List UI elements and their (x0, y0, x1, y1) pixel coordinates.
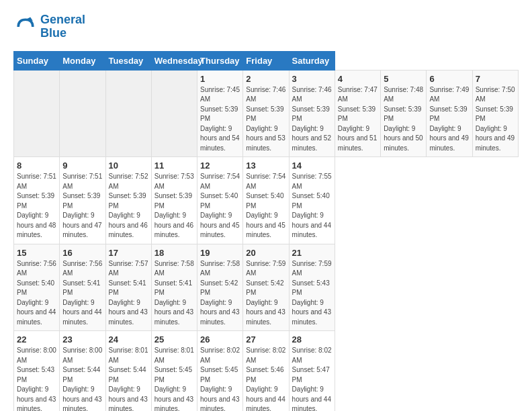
day-number: 24 (109, 334, 148, 345)
day-number: 13 (246, 161, 285, 171)
weekday-header-sunday: Sunday (14, 51, 60, 70)
calendar-week-1: 1Sunrise: 7:45 AMSunset: 5:39 PMDaylight… (14, 70, 519, 157)
day-number: 18 (154, 248, 194, 258)
calendar-cell: 13Sunrise: 7:54 AMSunset: 5:40 PMDayligh… (243, 157, 289, 244)
calendar-cell: 7Sunrise: 7:50 AMSunset: 5:39 PMDaylight… (472, 70, 518, 157)
day-info: Sunrise: 7:53 AMSunset: 5:39 PMDaylight:… (154, 172, 194, 240)
day-number: 9 (62, 161, 102, 171)
day-number: 1 (200, 74, 240, 84)
day-info: Sunrise: 7:54 AMSunset: 5:40 PMDaylight:… (200, 172, 240, 240)
day-info: Sunrise: 7:56 AMSunset: 5:40 PMDaylight:… (17, 259, 56, 328)
calendar-cell: 6Sunrise: 7:49 AMSunset: 5:39 PMDaylight… (427, 70, 472, 157)
day-info: Sunrise: 7:57 AMSunset: 5:41 PMDaylight:… (109, 259, 148, 328)
day-number: 15 (17, 248, 56, 258)
day-info: Sunrise: 8:02 AMSunset: 5:47 PMDaylight:… (292, 346, 332, 411)
day-info: Sunrise: 8:02 AMSunset: 5:46 PMDaylight:… (246, 346, 285, 411)
day-info: Sunrise: 7:54 AMSunset: 5:40 PMDaylight:… (246, 172, 285, 240)
day-number: 7 (476, 74, 515, 84)
day-number: 5 (384, 74, 423, 84)
weekday-header-tuesday: Tuesday (105, 51, 151, 70)
calendar-cell: 11Sunrise: 7:53 AMSunset: 5:39 PMDayligh… (151, 157, 197, 244)
weekday-header-monday: Monday (60, 51, 105, 70)
calendar-cell: 26Sunrise: 8:02 AMSunset: 5:45 PMDayligh… (197, 331, 243, 411)
day-number: 27 (246, 334, 285, 345)
day-number: 14 (292, 161, 332, 171)
day-number: 20 (246, 248, 285, 258)
weekday-header-friday: Friday (243, 51, 289, 70)
day-info: Sunrise: 7:51 AMSunset: 5:39 PMDaylight:… (17, 172, 56, 240)
day-number: 4 (338, 74, 378, 84)
day-number: 25 (154, 334, 194, 345)
weekday-header-wednesday: Wednesday (151, 51, 197, 70)
calendar-cell (105, 70, 151, 157)
calendar-cell: 12Sunrise: 7:54 AMSunset: 5:40 PMDayligh… (197, 157, 243, 244)
calendar-cell: 27Sunrise: 8:02 AMSunset: 5:46 PMDayligh… (243, 331, 289, 411)
calendar-cell: 4Sunrise: 7:47 AMSunset: 5:39 PMDaylight… (335, 70, 380, 157)
day-number: 12 (200, 161, 240, 171)
calendar-cell: 8Sunrise: 7:51 AMSunset: 5:39 PMDaylight… (14, 157, 60, 244)
day-number: 22 (17, 334, 56, 345)
day-info: Sunrise: 7:58 AMSunset: 5:42 PMDaylight:… (200, 259, 240, 328)
calendar-cell: 21Sunrise: 7:59 AMSunset: 5:43 PMDayligh… (289, 244, 335, 331)
calendar-cell: 16Sunrise: 7:56 AMSunset: 5:41 PMDayligh… (60, 244, 105, 331)
calendar-cell: 5Sunrise: 7:48 AMSunset: 5:39 PMDaylight… (381, 70, 427, 157)
calendar-cell: 17Sunrise: 7:57 AMSunset: 5:41 PMDayligh… (105, 244, 151, 331)
calendar-week-3: 15Sunrise: 7:56 AMSunset: 5:40 PMDayligh… (14, 244, 519, 331)
day-number: 2 (246, 74, 285, 84)
calendar-cell: 20Sunrise: 7:59 AMSunset: 5:42 PMDayligh… (243, 244, 289, 331)
day-info: Sunrise: 7:46 AMSunset: 5:39 PMDaylight:… (246, 85, 285, 154)
logo: General Blue (13, 13, 85, 40)
day-number: 21 (292, 248, 332, 258)
day-info: Sunrise: 7:47 AMSunset: 5:39 PMDaylight:… (338, 85, 378, 154)
calendar-cell (151, 70, 197, 157)
calendar-cell: 10Sunrise: 7:52 AMSunset: 5:39 PMDayligh… (105, 157, 151, 244)
calendar-week-2: 8Sunrise: 7:51 AMSunset: 5:39 PMDaylight… (14, 157, 519, 244)
calendar-header-row: SundayMondayTuesdayWednesdayThursdayFrid… (14, 51, 519, 70)
weekday-header-saturday: Saturday (289, 51, 335, 70)
day-info: Sunrise: 7:48 AMSunset: 5:39 PMDaylight:… (384, 85, 423, 154)
day-number: 28 (292, 334, 332, 345)
day-info: Sunrise: 8:01 AMSunset: 5:45 PMDaylight:… (154, 346, 194, 411)
calendar-table: SundayMondayTuesdayWednesdayThursdayFrid… (13, 51, 519, 411)
calendar-cell (60, 70, 105, 157)
calendar-cell (14, 70, 60, 157)
logo-icon (13, 15, 38, 39)
day-number: 19 (200, 248, 240, 258)
weekday-header-thursday: Thursday (197, 51, 243, 70)
calendar-cell: 23Sunrise: 8:00 AMSunset: 5:44 PMDayligh… (60, 331, 105, 411)
calendar-cell: 22Sunrise: 8:00 AMSunset: 5:43 PMDayligh… (14, 331, 60, 411)
day-info: Sunrise: 7:58 AMSunset: 5:41 PMDaylight:… (154, 259, 194, 328)
day-number: 26 (200, 334, 240, 345)
day-number: 11 (154, 161, 194, 171)
day-info: Sunrise: 7:46 AMSunset: 5:39 PMDaylight:… (292, 85, 332, 154)
day-info: Sunrise: 7:51 AMSunset: 5:39 PMDaylight:… (62, 172, 102, 240)
page-header: General Blue (13, 13, 519, 40)
day-number: 17 (109, 248, 148, 258)
calendar-cell: 18Sunrise: 7:58 AMSunset: 5:41 PMDayligh… (151, 244, 197, 331)
day-number: 16 (62, 248, 102, 258)
day-info: Sunrise: 7:56 AMSunset: 5:41 PMDaylight:… (62, 259, 102, 328)
day-info: Sunrise: 8:02 AMSunset: 5:45 PMDaylight:… (200, 346, 240, 411)
day-info: Sunrise: 7:52 AMSunset: 5:39 PMDaylight:… (109, 172, 148, 240)
calendar-cell: 14Sunrise: 7:55 AMSunset: 5:40 PMDayligh… (289, 157, 335, 244)
day-number: 3 (292, 74, 332, 84)
day-info: Sunrise: 7:49 AMSunset: 5:39 PMDaylight:… (429, 85, 469, 154)
day-number: 10 (109, 161, 148, 171)
calendar-cell: 24Sunrise: 8:01 AMSunset: 5:44 PMDayligh… (105, 331, 151, 411)
calendar-cell: 2Sunrise: 7:46 AMSunset: 5:39 PMDaylight… (243, 70, 289, 157)
calendar-body: 1Sunrise: 7:45 AMSunset: 5:39 PMDaylight… (14, 70, 519, 411)
calendar-cell: 1Sunrise: 7:45 AMSunset: 5:39 PMDaylight… (197, 70, 243, 157)
day-info: Sunrise: 8:00 AMSunset: 5:44 PMDaylight:… (62, 346, 102, 411)
day-info: Sunrise: 7:55 AMSunset: 5:40 PMDaylight:… (292, 172, 332, 240)
logo-text: General Blue (40, 13, 85, 40)
day-number: 6 (429, 74, 469, 84)
day-info: Sunrise: 7:50 AMSunset: 5:39 PMDaylight:… (476, 85, 515, 154)
calendar-cell: 3Sunrise: 7:46 AMSunset: 5:39 PMDaylight… (289, 70, 335, 157)
day-info: Sunrise: 8:01 AMSunset: 5:44 PMDaylight:… (109, 346, 148, 411)
day-info: Sunrise: 7:59 AMSunset: 5:42 PMDaylight:… (246, 259, 285, 328)
day-number: 23 (62, 334, 102, 345)
day-info: Sunrise: 7:45 AMSunset: 5:39 PMDaylight:… (200, 85, 240, 154)
day-info: Sunrise: 8:00 AMSunset: 5:43 PMDaylight:… (17, 346, 56, 411)
calendar-week-4: 22Sunrise: 8:00 AMSunset: 5:43 PMDayligh… (14, 331, 519, 411)
day-number: 8 (17, 161, 56, 171)
